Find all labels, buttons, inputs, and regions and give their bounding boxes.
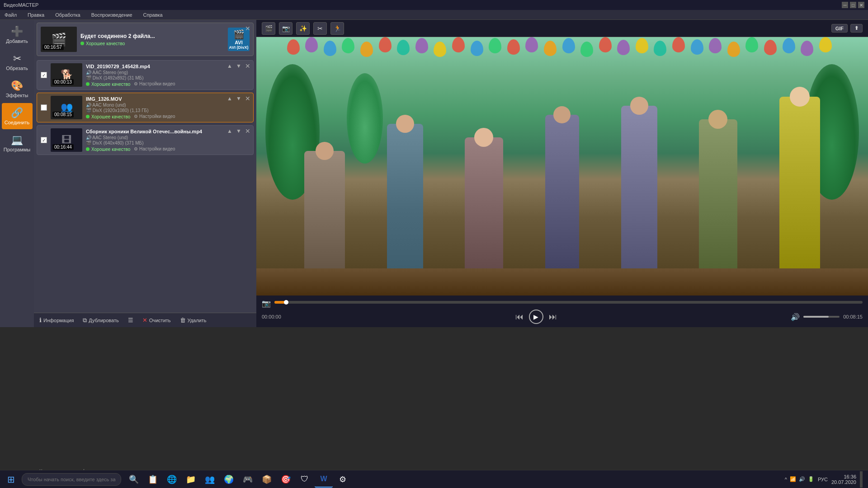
controls-row: 00:00:00 ⏮ ▶ ⏭ 🔊 00:08:15 [262,310,863,324]
video-tool-enhance[interactable]: ✨ [296,22,310,35]
sidebar-join[interactable]: 🔗 Соединить [2,103,33,129]
balloon [580,42,593,57]
close-button[interactable]: ✕ [858,2,864,8]
tray-network: 📶 [790,476,796,482]
sidebar-programs[interactable]: 💻 Программы [2,130,33,156]
file-3-quality: Хорошее качество [86,147,130,152]
taskbar-app-edge[interactable]: 🌐 [163,471,181,488]
delete-button[interactable]: 🗑 Удалить [178,316,208,324]
taskbar-app-taskview[interactable]: 📋 [144,471,162,488]
file-list-panel: 🎬 00:16:57 Будет соединено 2 файла... Хо… [34,20,256,327]
list-view-button[interactable]: ☰ [126,316,135,324]
start-button[interactable]: ⊞ [2,471,20,488]
sidebar-add-label: Добавить [6,38,28,44]
menu-help[interactable]: Справка [141,11,165,19]
taskbar-search[interactable] [22,473,121,486]
file-2-thumbnail: 👥 00:08:15 [51,96,82,119]
clear-label: Очистить [149,318,171,323]
clear-button[interactable]: ✕ Очистить [141,316,173,324]
join-icon: 🔗 [11,107,23,119]
balloon [525,37,538,52]
info-button[interactable]: ℹ Информация [38,316,75,324]
upload-video-button[interactable]: ⬆ [850,24,863,33]
balloon [801,41,813,56]
duplicate-button[interactable]: ⧉ Дублировать [81,316,120,325]
file-1-settings[interactable]: ⚙ Настройки видео [134,81,175,86]
taskbar-app-steam[interactable]: 🎮 [239,471,257,488]
screenshot-button[interactable]: 📷 [262,299,271,308]
video-tool-camera[interactable]: 🎬 [262,22,275,35]
video-tool-cut[interactable]: ✂ [313,22,327,35]
file-1-down[interactable]: ▼ [235,62,242,70]
maximize-button[interactable]: □ [850,2,856,8]
taskbar-app-explorer[interactable]: 📁 [182,471,200,488]
file-3-audio: 🔊 AAC Stereo (und) [86,135,250,140]
scene-people [256,102,868,296]
file-1-quality: Хорошее качество [86,82,130,87]
minimize-button[interactable]: ─ [842,2,848,8]
file-2-up[interactable]: ▲ [226,95,233,102]
taskbar-app-people[interactable]: 👥 [201,471,219,488]
file-1-close[interactable]: ✕ [244,62,251,70]
taskbar-app-chrome[interactable]: 🌍 [220,471,238,488]
app-title: ВидеоМАСТЕР [4,2,38,8]
clear-icon: ✕ [142,317,147,324]
taskbar-app-1[interactable]: 📦 [258,471,276,488]
balloon [415,38,428,53]
video-top-toolbar: 🎬 📷 ✨ ✂ 🏃 GIF ⬆ [256,20,868,37]
file-2-down[interactable]: ▼ [235,95,242,102]
sidebar-effects[interactable]: 🎨 Эффекты [2,76,33,102]
merge-duration: 00:16:57 [42,44,64,50]
file-2-checkbox[interactable] [41,104,47,111]
file-1-actions: ▲ ▼ [226,62,242,70]
merge-close-button[interactable]: ✕ [244,25,251,32]
add-icon: ➕ [11,26,23,38]
title-bar-buttons: ─ □ ✕ [842,2,864,8]
tray-expand[interactable]: ^ [785,477,787,482]
file-3-up[interactable]: ▲ [226,127,233,135]
file-3-details: Сборник хроники Великой Отечес...войны.m… [86,129,250,152]
menu-process[interactable]: Обработка [52,11,83,19]
scene-balloons [256,37,868,96]
menu-edit[interactable]: Правка [25,11,47,19]
taskbar-app-videom[interactable]: ⚙ [334,471,352,488]
video-tool-snapshot[interactable]: 📷 [279,22,292,35]
taskbar-app-2[interactable]: 🎯 [277,471,295,488]
progress-bar[interactable] [274,301,863,304]
file-1-checkbox[interactable] [41,72,47,78]
sidebar-trim[interactable]: ✂ Обрезать [2,49,33,75]
sidebar-add[interactable]: ➕ Добавить [2,22,33,48]
programs-icon: 💻 [11,134,23,146]
sidebar-effects-label: Эффекты [5,93,28,98]
file-3-checkbox[interactable] [41,137,47,143]
sidebar-trim-label: Обрезать [6,66,28,71]
head-3 [474,128,493,147]
taskbar-app-word[interactable]: W [315,471,333,488]
file-1-up[interactable]: ▲ [226,62,233,70]
file-3-down[interactable]: ▼ [235,127,242,135]
file-3-settings[interactable]: ⚙ Настройки видео [134,146,175,151]
balloon [397,40,410,55]
video-controls: 📷 00:00:00 ⏮ ▶ ⏭ [256,296,868,327]
prev-button[interactable]: ⏮ [514,311,525,323]
video-tool-motion[interactable]: 🏃 [330,22,344,35]
taskbar-app-3[interactable]: 🛡 [296,471,314,488]
merge-format-label: AVI [235,40,243,45]
delete-icon: 🗑 [180,317,186,324]
video-panel: 🎬 📷 ✨ ✂ 🏃 GIF ⬆ [256,20,868,327]
file-2-actions: ▲ ▼ [226,95,242,102]
gif-button[interactable]: GIF [831,24,848,33]
menu-file[interactable]: Файл [2,11,19,19]
effects-icon: 🎨 [11,80,23,92]
balloon [819,37,832,52]
next-button[interactable]: ⏭ [547,311,559,323]
show-desktop-button[interactable] [860,471,863,488]
play-button[interactable]: ▶ [529,310,543,324]
menu-playback[interactable]: Воспроизведение [89,11,135,19]
lang-indicator[interactable]: РУС [818,477,828,482]
volume-slider[interactable] [803,316,840,318]
file-2-close[interactable]: ✕ [244,95,251,102]
file-3-close[interactable]: ✕ [244,127,251,135]
file-2-settings[interactable]: ⚙ Настройки видео [134,114,175,119]
taskbar-app-cortana[interactable]: 🔍 [125,471,143,488]
